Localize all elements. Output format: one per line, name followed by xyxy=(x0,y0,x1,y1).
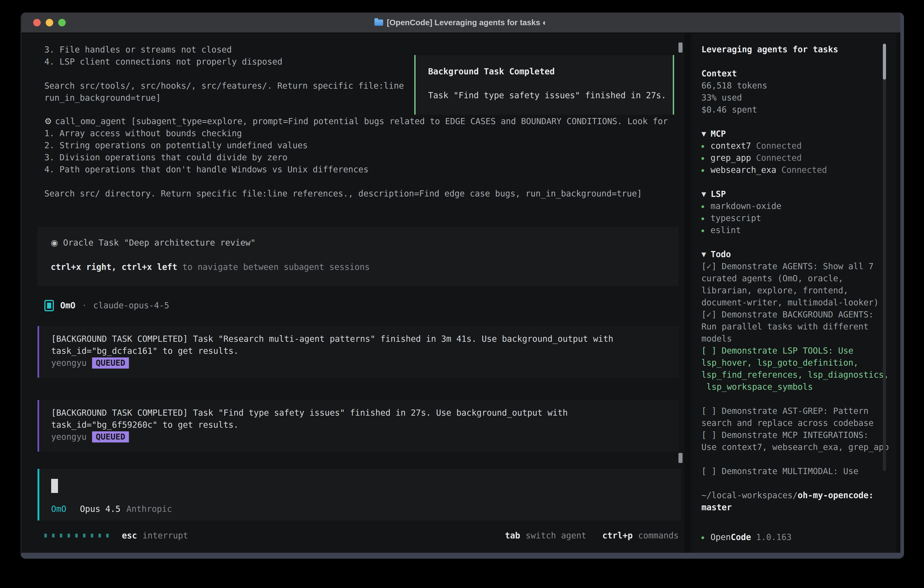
lsp-section-header[interactable]: ▼ LSP xyxy=(701,188,896,200)
toast-body: Task "Find type safety issues" finished … xyxy=(428,89,673,101)
workspace-path: ~/local-workspaces/ xyxy=(701,491,798,500)
sidebar: Leveraging agents for tasks Context 66,5… xyxy=(691,33,896,553)
scrollback-text: 3. File handles or streams not closed4. … xyxy=(45,44,404,104)
sidebar-scrollbar-track[interactable] xyxy=(883,44,886,471)
zoom-window-button[interactable] xyxy=(58,19,66,26)
text-line: 1. Array access without bounds checking xyxy=(45,127,668,139)
version-row: OpenCode 1.0.163 xyxy=(701,531,792,543)
text-line: 3. File handles or streams not closed xyxy=(45,44,404,56)
model-info-row: OmO Opus 4.5 Anthropic xyxy=(51,503,681,515)
input-model-provider: Anthropic xyxy=(126,504,172,514)
minimize-window-button[interactable] xyxy=(46,19,53,26)
mcp-item: websearch_exa Connected xyxy=(701,164,896,176)
esc-key: esc xyxy=(122,531,137,540)
text-line xyxy=(45,175,668,188)
lsp-item: eslint xyxy=(701,224,896,236)
terminal-window: [OpenCode] Leveraging agents for tasks ◐… xyxy=(20,13,904,559)
queued-badge: QUEUED xyxy=(92,357,129,368)
activity-dot xyxy=(52,533,54,537)
oracle-task-title: ◉ Oracle Task "Deep architecture review" xyxy=(51,237,679,249)
context-used: 33% used xyxy=(701,92,896,104)
text-line xyxy=(45,68,404,80)
todo-line: models xyxy=(701,333,896,345)
todo-line: lsp_workspace_symbols xyxy=(701,381,896,393)
activity-dot xyxy=(83,533,86,537)
task-author: yeongyu xyxy=(51,358,87,368)
task-line1: [BACKGROUND TASK COMPLETED] Task "Find t… xyxy=(51,407,679,419)
status-dot-icon xyxy=(701,145,704,148)
input-model-version: Opus 4.5 xyxy=(80,504,120,514)
sidebar-scrollbar-thumb[interactable] xyxy=(883,44,886,79)
fisheye-icon: ◉ xyxy=(51,238,58,248)
todo-line: Use context7, websearch_exa, grep_app xyxy=(701,441,896,453)
activity-dot xyxy=(60,533,62,537)
gear-icon: ⚙ xyxy=(45,116,52,126)
esc-label: interrupt xyxy=(143,531,188,540)
status-bar: esc interrupt tab switch agent ctrl+p co… xyxy=(45,530,679,542)
todo-list: [✓] Demonstrate AGENTS: Show all 7curate… xyxy=(701,260,896,477)
mcp-item: grep_app Connected xyxy=(701,152,896,164)
agent-square-icon xyxy=(45,300,54,311)
agent-model: claude-opus-4-5 xyxy=(93,301,169,311)
workspace-branch: master xyxy=(701,501,896,514)
task-meta-row: yeongyu QUEUED xyxy=(51,357,679,369)
status-dot-icon xyxy=(701,217,704,220)
todo-line: Run parallel tasks with different xyxy=(701,320,896,333)
ctrlp-hint: ctrl+p commands xyxy=(602,531,679,540)
tool-call-lines: 1. Array access without bounds checking2… xyxy=(45,127,668,200)
tool-call-first-line: ⚙call_omo_agent [subagent_type=explore, … xyxy=(45,115,668,127)
activity-dot xyxy=(75,533,78,537)
activity-dot xyxy=(99,533,101,537)
tab-key: tab xyxy=(505,531,520,540)
close-window-button[interactable] xyxy=(33,19,41,26)
text-line: 2. String operations on potentially unde… xyxy=(45,139,668,152)
prompt-input[interactable]: OmO Opus 4.5 Anthropic xyxy=(38,469,681,520)
window-title: [OpenCode] Leveraging agents for tasks ◐ xyxy=(387,18,547,27)
mcp-item: context7 Connected xyxy=(701,140,896,152)
text-cursor xyxy=(51,479,58,493)
background-task-message: [BACKGROUND TASK COMPLETED] Task "Find t… xyxy=(38,400,679,452)
activity-dot xyxy=(45,533,47,537)
text-line: 4. LSP client connections not properly d… xyxy=(45,56,404,68)
todo-section-header[interactable]: ▼ Todo xyxy=(701,248,896,260)
tab-label: switch agent xyxy=(526,531,586,540)
todo-line: [✓] Demonstrate AGENTS: Show all 7 xyxy=(701,260,896,273)
chat-pane: 3. File handles or streams not closed4. … xyxy=(21,33,684,553)
input-agent-name: OmO xyxy=(51,504,66,514)
todo-line: document-writer, multimodal-looker) xyxy=(701,297,896,309)
context-spent: $0.46 spent xyxy=(701,104,896,116)
task-line2: task_id="bg_6f59260c" to get results. xyxy=(51,419,679,431)
chat-scrollbar-thumb-lower[interactable] xyxy=(678,453,683,463)
mcp-section-header[interactable]: ▼ MCP xyxy=(701,128,896,140)
chevron-down-icon: ▼ xyxy=(701,188,706,200)
todo-line: lsp_hover, lsp_goto_definition, xyxy=(701,357,896,369)
background-task-toast[interactable]: Background Task Completed Task "Find typ… xyxy=(414,55,674,115)
activity-dot xyxy=(91,533,93,537)
tab-hint: tab switch agent xyxy=(505,531,586,540)
todo-line: search and replace across codebase xyxy=(701,417,896,429)
context-heading: Context xyxy=(701,68,896,79)
folder-icon xyxy=(375,20,383,26)
workspace-repo: oh-my-opencode: xyxy=(798,491,873,500)
todo-item: [✓] Demonstrate AGENTS: Show all 7curate… xyxy=(701,260,896,309)
todo-item: [ ] Demonstrate AST-GREP: Patternsearch … xyxy=(701,405,896,429)
todo-line: [ ] Demonstrate MCP INTEGRATIONS: xyxy=(701,429,896,441)
workspace-info: ~/local-workspaces/oh-my-opencode: maste… xyxy=(701,489,896,514)
todo-item: [✓] Demonstrate BACKGROUND AGENTS:Run pa… xyxy=(701,309,896,345)
activity-dots xyxy=(45,533,109,537)
ctrlp-key: ctrl+p xyxy=(602,531,633,540)
activity-dot xyxy=(106,533,109,537)
ctrlp-label: commands xyxy=(638,531,679,540)
chat-scrollbar-thumb[interactable] xyxy=(678,43,683,53)
background-task-message: [BACKGROUND TASK COMPLETED] Task "Resear… xyxy=(38,326,679,378)
toast-title: Background Task Completed xyxy=(428,66,673,78)
session-title: Leveraging agents for tasks xyxy=(701,43,896,56)
oracle-task-panel: ◉ Oracle Task "Deep architecture review"… xyxy=(38,227,679,286)
todo-line: [ ] Demonstrate MULTIMODAL: Use xyxy=(701,465,896,477)
window-controls xyxy=(33,13,66,33)
context-tokens: 66,518 tokens xyxy=(701,79,896,92)
status-dot-icon xyxy=(701,230,704,232)
status-dot-icon xyxy=(701,537,704,539)
todo-line: [✓] Demonstrate BACKGROUND AGENTS: xyxy=(701,309,896,320)
todo-line: [ ] Demonstrate AST-GREP: Pattern xyxy=(701,405,896,417)
